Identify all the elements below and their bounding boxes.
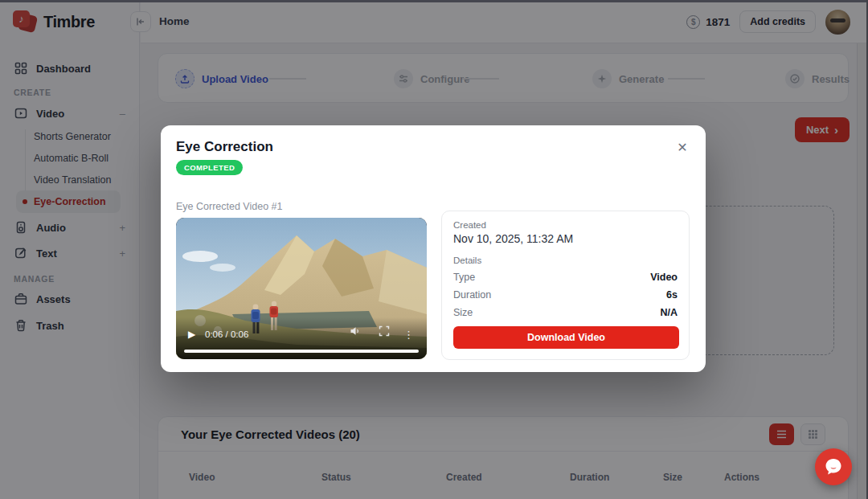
play-icon[interactable]: ▶ bbox=[188, 329, 195, 340]
chat-widget-button[interactable] bbox=[815, 448, 852, 485]
playback-time: 0:06 / 0:06 bbox=[205, 329, 248, 339]
chat-bubble-icon bbox=[823, 456, 844, 477]
created-value: Nov 10, 2025, 11:32 AM bbox=[453, 232, 678, 245]
eye-correction-modal: Eye Correction COMPLETED ✕ Eye Corrected… bbox=[161, 125, 706, 372]
detail-row-size: Size N/A bbox=[453, 307, 678, 318]
download-video-button[interactable]: Download Video bbox=[453, 326, 679, 349]
player-controls: ▶ 0:06 / 0:06 ⋮ bbox=[176, 317, 427, 359]
video-info-card: Created Nov 10, 2025, 11:32 AM Details T… bbox=[441, 211, 690, 360]
progress-bar[interactable] bbox=[184, 350, 419, 353]
detail-row-type: Type Video bbox=[453, 272, 678, 283]
created-label: Created bbox=[453, 220, 678, 230]
modal-title: Eye Correction bbox=[176, 139, 273, 155]
close-icon[interactable]: ✕ bbox=[674, 138, 691, 156]
details-label: Details bbox=[453, 256, 678, 265]
app-window: ♪ Timbre Dashboard CREATE Video – Shorts… bbox=[0, 0, 868, 499]
fullscreen-icon[interactable] bbox=[379, 325, 390, 340]
detail-row-duration: Duration 6s bbox=[453, 289, 678, 301]
volume-icon[interactable] bbox=[350, 325, 361, 340]
video-player[interactable]: ▶ 0:06 / 0:06 ⋮ bbox=[176, 218, 427, 359]
kebab-menu-icon[interactable]: ⋮ bbox=[403, 329, 414, 341]
status-badge: COMPLETED bbox=[176, 160, 243, 175]
video-label: Eye Corrected Video #1 bbox=[176, 201, 283, 212]
window-top-edge bbox=[0, 0, 868, 2]
